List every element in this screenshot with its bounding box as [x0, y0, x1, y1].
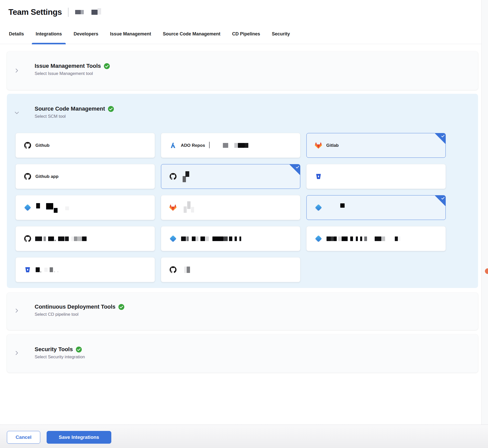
- team-settings-page: { "colors": { "accent": "#3B73D9", "succ…: [0, 0, 488, 448]
- redacted-text-block: [340, 203, 345, 208]
- redacted-text-block: [35, 236, 42, 241]
- section-security-tools[interactable]: Security Tools Select Security integrati…: [7, 334, 478, 373]
- redacted-text-block: [184, 206, 187, 213]
- bitbucket-icon: [314, 173, 322, 180]
- redacted-text-block: [200, 236, 205, 241]
- redacted-text-block: [58, 236, 64, 241]
- tab-security[interactable]: Security: [271, 24, 290, 44]
- scm-card-azure-repos-12[interactable]: [306, 226, 446, 251]
- redacted-text-block: [54, 208, 58, 213]
- redacted-text-block: [77, 236, 82, 241]
- scm-card-github-5[interactable]: [161, 164, 300, 189]
- redacted-text-block: [364, 236, 367, 241]
- github-icon: [169, 173, 177, 180]
- redacted-text-block: [334, 236, 337, 241]
- redacted-text-block: [82, 236, 87, 241]
- redacted-text-block: [75, 10, 81, 14]
- cancel-button[interactable]: Cancel: [7, 431, 40, 444]
- tab-source-code-management[interactable]: Source Code Management: [162, 24, 221, 44]
- tab-bar: DetailsIntegrationsDevelopersIssue Manag…: [0, 24, 481, 44]
- scm-card-gitlab-8[interactable]: [161, 195, 300, 220]
- redacted-text-block: [184, 267, 187, 273]
- section-title: Source Code Management: [35, 106, 105, 112]
- tab-cd-pipelines[interactable]: CD Pipelines: [232, 24, 261, 44]
- redacted-text-block: [74, 236, 77, 241]
- redacted-text-block: [223, 143, 228, 148]
- tab-issue-management[interactable]: Issue Management: [110, 24, 152, 44]
- redacted-text-block: [235, 236, 237, 241]
- selected-check-icon: [435, 133, 446, 144]
- chevron-right-icon[interactable]: [14, 68, 20, 73]
- redacted-text-block: [187, 267, 190, 273]
- tab-integrations[interactable]: Integrations: [35, 24, 62, 44]
- save-integrations-button[interactable]: Save Integrations: [47, 431, 111, 444]
- bitbucket-icon: [23, 267, 32, 273]
- redacted-text-block: [46, 203, 53, 209]
- redacted-card-text: [35, 267, 59, 272]
- section-issue-management-tools[interactable]: Issue Management Tools Select Issue Mana…: [7, 51, 478, 90]
- redacted-text-block: [98, 8, 101, 15]
- redacted-text-block: [48, 236, 54, 241]
- redacted-card-text: [209, 142, 248, 149]
- footer-action-bar: Cancel Save Integrations: [0, 425, 488, 448]
- redacted-text-block: [196, 236, 198, 241]
- right-panel-divider: [481, 0, 488, 448]
- chevron-right-icon[interactable]: [14, 308, 20, 313]
- azure-repos-icon: [23, 204, 32, 211]
- scm-card-ado-repos[interactable]: ADO Repos: [161, 133, 300, 158]
- scm-card-azure-repos-7[interactable]: [16, 195, 155, 220]
- redacted-text-block: [40, 271, 41, 272]
- azure-repos-icon: [314, 204, 322, 211]
- tab-details[interactable]: Details: [8, 24, 24, 44]
- scm-card-azure-repos-9[interactable]: [306, 195, 446, 220]
- redacted-text-block: [44, 236, 46, 241]
- redacted-text-block: [54, 271, 55, 272]
- success-check-icon: [104, 63, 110, 69]
- redacted-text-block: [398, 236, 400, 241]
- scm-card-azure-repos-11[interactable]: [161, 226, 300, 251]
- redacted-text-block: [191, 207, 194, 213]
- azure-repos-icon: [169, 235, 177, 242]
- redacted-text-block: [338, 236, 341, 241]
- redacted-text-block: [36, 267, 40, 272]
- selected-check-icon: [290, 164, 300, 175]
- tab-developers[interactable]: Developers: [73, 24, 99, 44]
- redacted-text-block: [55, 240, 56, 241]
- chevron-right-icon[interactable]: [14, 350, 20, 356]
- redacted-text-block: [36, 203, 40, 208]
- scm-card-gitlab[interactable]: Gitlab: [306, 133, 446, 158]
- redacted-text-block: [192, 236, 196, 241]
- section-subtitle: Select Issue Management tool: [35, 71, 478, 76]
- chevron-down-icon[interactable]: [14, 110, 20, 116]
- redacted-text-block: [50, 267, 53, 272]
- redacted-text-block: [81, 10, 84, 14]
- scm-card-bitbucket-6[interactable]: [306, 164, 446, 189]
- redacted-text-block: [381, 236, 385, 241]
- redacted-team-name: [75, 10, 84, 14]
- redacted-text-block: [356, 236, 358, 241]
- scm-card-github-app[interactable]: Github app: [16, 164, 155, 189]
- github-icon: [169, 266, 177, 273]
- scm-card-github-10[interactable]: [16, 226, 155, 251]
- card-label: ADO Repos: [181, 143, 205, 148]
- redacted-text-block: [375, 236, 381, 241]
- title-separator: [68, 8, 69, 17]
- success-check-icon: [118, 304, 124, 310]
- redacted-text-block: [331, 236, 334, 241]
- scm-card-bitbucket-13[interactable]: [16, 257, 155, 282]
- redacted-text-block: [229, 236, 232, 241]
- redacted-text-block: [342, 236, 348, 241]
- redacted-text-block: [65, 236, 69, 241]
- scm-card-github-14[interactable]: [161, 257, 300, 282]
- section-source-code-management: Source Code Management Select SCM tool G…: [7, 94, 478, 288]
- redacted-text-block: [238, 143, 245, 148]
- success-check-icon: [108, 106, 114, 112]
- redacted-card-text: [326, 205, 345, 210]
- redacted-card-text: [326, 236, 400, 241]
- header: Team Settings: [0, 0, 481, 24]
- redacted-text-block: [245, 143, 248, 148]
- scm-card-github[interactable]: Github: [16, 133, 155, 158]
- section-subtitle: Select CD pipeline tool: [35, 312, 478, 317]
- redacted-card-text: [35, 236, 87, 241]
- section-continuous-deployment-tools[interactable]: Continuous Deployment Tools Select CD pi…: [7, 293, 478, 330]
